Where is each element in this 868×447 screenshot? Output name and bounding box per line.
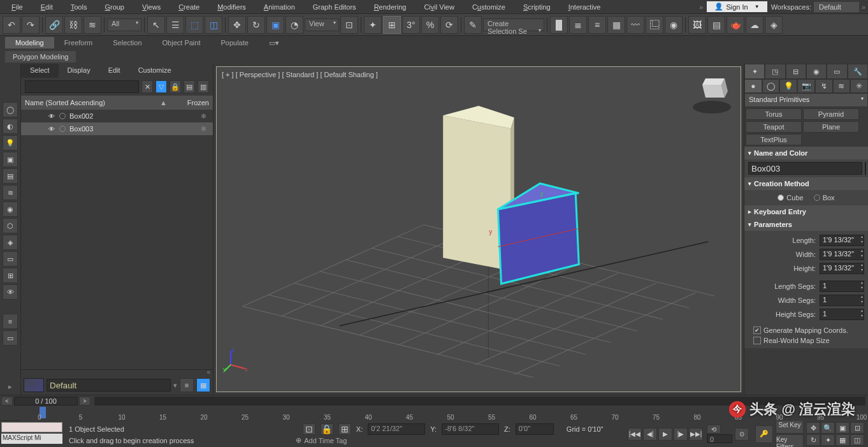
rollup-keyboard-entry[interactable]: ▸Keyboard Entry: [744, 205, 868, 218]
signin-button[interactable]: 👤 Sign In ▼: [707, 1, 767, 12]
list-item[interactable]: 👁 Box002 ❄: [21, 110, 213, 122]
filter-icon[interactable]: ▽: [156, 80, 167, 93]
list-item[interactable]: 👁 Box003 ❄: [21, 122, 213, 135]
clear-search-icon[interactable]: ✕: [141, 80, 153, 93]
display-tab-icon[interactable]: ▭: [827, 64, 847, 79]
create-tab-icon[interactable]: ✦: [744, 64, 765, 79]
time-config-button[interactable]: ⊙: [735, 428, 749, 441]
named-selection-dropdown[interactable]: Create Selection Se: [483, 18, 544, 31]
systems-icon[interactable]: ✳: [850, 79, 868, 93]
angle-snap-button[interactable]: 3°: [402, 16, 420, 34]
time-tag-icon[interactable]: ⊕: [296, 436, 301, 444]
gen-mapping-checkbox[interactable]: ✔: [753, 326, 761, 334]
a360-button[interactable]: ◈: [765, 16, 783, 34]
maxscript-output[interactable]: [1, 422, 62, 432]
menu-animation[interactable]: Animation: [255, 1, 304, 13]
layer-manager-icon[interactable]: ▦: [196, 378, 210, 392]
disp-geometry-icon[interactable]: ◯: [3, 102, 18, 117]
undo-button[interactable]: ↶: [3, 16, 20, 34]
primitive-torus-button[interactable]: Torus: [746, 108, 802, 120]
real-world-checkbox[interactable]: [753, 337, 761, 344]
frozen-icon[interactable]: ❄: [201, 112, 206, 121]
primitive-teapot-button[interactable]: Teapot: [746, 121, 802, 133]
select-by-name-button[interactable]: ☰: [166, 16, 184, 34]
wseg-spinner[interactable]: 1: [820, 295, 864, 306]
unlink-button[interactable]: ⛓: [64, 16, 82, 34]
render-frame-button[interactable]: ▤: [707, 16, 725, 34]
hseg-spinner[interactable]: 1: [820, 309, 864, 320]
time-next-button[interactable]: >: [79, 397, 90, 406]
scene-list-header[interactable]: Name (Sorted Ascending) ▲ Frozen: [21, 96, 213, 110]
lseg-spinner[interactable]: 1: [820, 281, 864, 292]
move-button[interactable]: ✥: [228, 16, 246, 34]
prev-frame-button[interactable]: ◀|: [643, 428, 657, 441]
rollup-parameters[interactable]: ▾Parameters: [744, 218, 868, 231]
key-mode-icon[interactable]: ⟲: [707, 425, 721, 434]
zoom-extents-icon[interactable]: ⊡: [850, 422, 864, 434]
current-frame-input[interactable]: 0: [707, 434, 732, 443]
maximize-icon[interactable]: ▦: [835, 434, 850, 446]
menu-edit[interactable]: Edit: [32, 1, 62, 13]
autokey-button[interactable]: 🔑: [755, 425, 773, 443]
height-spinner[interactable]: 1'9 13/32": [820, 263, 864, 274]
key-filters-button[interactable]: Key Filters...: [776, 434, 804, 447]
cameras-icon[interactable]: 📷: [797, 79, 815, 93]
geometry-icon[interactable]: ●: [744, 79, 762, 93]
render-setup-button[interactable]: 🖼: [688, 16, 706, 34]
menu-civilview[interactable]: Civil View: [415, 1, 463, 13]
disp-cameras-icon[interactable]: ▣: [3, 152, 18, 167]
tab-modeling[interactable]: Modeling: [5, 37, 54, 48]
utilities-tab-icon[interactable]: 🔧: [848, 64, 868, 79]
rollup-creation-method[interactable]: ▾Creation Method: [744, 177, 868, 190]
material-editor-button[interactable]: ◉: [665, 16, 683, 34]
menu-modifiers[interactable]: Modifiers: [208, 1, 255, 13]
visibility-icon[interactable]: 👁: [47, 124, 57, 133]
perspective-viewport[interactable]: [ + ] [ Perspective ] [ Standard ] [ Def…: [216, 66, 741, 392]
motion-tab-icon[interactable]: ◉: [806, 64, 827, 79]
add-time-tag[interactable]: Add Time Tag: [304, 437, 347, 444]
workspace-overflow-icon[interactable]: »: [862, 3, 865, 11]
transform-type-icon[interactable]: ⊞: [338, 423, 351, 435]
redo-button[interactable]: ↷: [22, 16, 40, 34]
snap-toggle-button[interactable]: ⊞: [383, 16, 401, 34]
layer-props-icon[interactable]: ≡: [180, 378, 194, 392]
time-prev-button[interactable]: <: [1, 397, 13, 406]
primitive-textplus-button[interactable]: TextPlus: [746, 134, 802, 145]
menu-tools[interactable]: Tools: [62, 1, 96, 13]
primitive-plane-button[interactable]: Plane: [803, 121, 859, 133]
rotate-button[interactable]: ↻: [247, 16, 265, 34]
menu-views[interactable]: Views: [133, 1, 170, 13]
goto-start-button[interactable]: |◀◀: [628, 428, 642, 441]
modify-tab-icon[interactable]: ◳: [765, 64, 785, 79]
helpers-icon[interactable]: ↯: [815, 79, 833, 93]
maxscript-input[interactable]: MAXScript Mi: [1, 434, 62, 444]
header-frozen[interactable]: Frozen: [171, 99, 209, 106]
view-mode2-icon[interactable]: ▥: [198, 80, 209, 93]
walk-icon[interactable]: ✦: [821, 434, 835, 446]
z-coord[interactable]: 0'0": [516, 423, 554, 435]
scene-tab-display[interactable]: Display: [59, 64, 99, 78]
align-button[interactable]: ≣: [569, 16, 587, 34]
region-rect-button[interactable]: ⬚: [185, 16, 203, 34]
shapes-icon[interactable]: ◯: [762, 79, 780, 93]
fov-icon[interactable]: ▣: [835, 422, 850, 434]
workspaces-dropdown[interactable]: Default: [814, 2, 859, 12]
menu-overflow-icon[interactable]: »: [699, 3, 703, 11]
disp-freeze-icon[interactable]: ≡: [3, 314, 18, 329]
menu-rendering[interactable]: Rendering: [365, 1, 416, 13]
length-spinner[interactable]: 1'9 13/32": [820, 235, 864, 246]
hierarchy-tab-icon[interactable]: ⊟: [786, 64, 806, 79]
mirror-button[interactable]: ▐▌: [550, 16, 568, 34]
select-object-button[interactable]: ↖: [147, 16, 165, 34]
scene-tab-edit[interactable]: Edit: [99, 64, 129, 78]
named-selection-button[interactable]: ✎: [464, 16, 482, 34]
menu-customize[interactable]: Customize: [463, 1, 514, 13]
frozen-icon[interactable]: ❄: [201, 125, 206, 133]
layer-dropdown[interactable]: [47, 379, 171, 392]
radio-cube[interactable]: Cube: [778, 194, 803, 202]
disp-particles-icon[interactable]: ◉: [3, 202, 18, 217]
x-coord[interactable]: 0'2 21/32": [368, 423, 425, 435]
menu-create[interactable]: Create: [170, 1, 208, 13]
link-button[interactable]: 🔗: [45, 16, 63, 34]
disp-point-icon[interactable]: ▭: [3, 251, 18, 267]
